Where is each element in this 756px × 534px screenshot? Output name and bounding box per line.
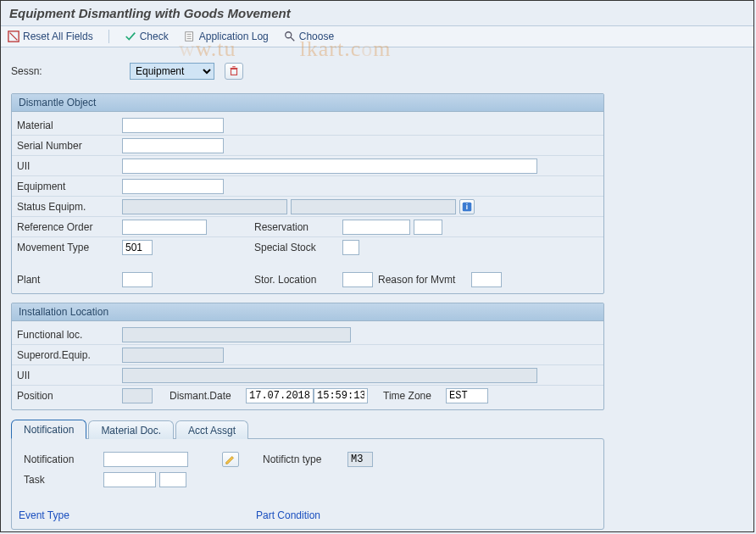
movement-type-input[interactable] [122, 240, 153, 255]
trash-icon [228, 65, 240, 77]
check-label: Check [140, 31, 169, 42]
status-equipm-input-2 [291, 199, 456, 214]
check-button[interactable]: Check [125, 31, 169, 42]
timezone-input[interactable] [446, 388, 488, 403]
pencil-icon [225, 453, 236, 465]
dismantle-object-group: Dismantle Object Material Serial Number … [11, 93, 604, 294]
reference-order-label: Reference Order [12, 220, 122, 235]
notifictn-type-label: Notifictn type [263, 453, 347, 465]
reservation-input-1[interactable] [342, 220, 410, 235]
uii2-input [122, 368, 537, 383]
toolbar-sep [108, 30, 109, 43]
serial-label: Serial Number [12, 138, 122, 153]
status-equipm-label: Status Equipm. [12, 199, 122, 214]
reason-mvmt-label: Reason for Mvmt [378, 274, 471, 286]
notification-edit-button[interactable] [222, 452, 239, 467]
toolbar: Reset All Fields Check Application Log C… [1, 26, 753, 47]
movement-type-label: Movement Type [12, 240, 122, 255]
position-label: Position [12, 388, 122, 403]
task-input-2[interactable] [159, 472, 186, 487]
notification-label: Notification [19, 452, 103, 467]
material-label: Material [12, 118, 122, 133]
event-type-heading: Event Type [19, 509, 256, 521]
superord-equip-input [122, 348, 224, 363]
tab-material-doc[interactable]: Material Doc. [88, 420, 174, 439]
special-stock-label: Special Stock [249, 240, 342, 255]
svg-text:i: i [466, 203, 468, 211]
choose-button[interactable]: Choose [284, 31, 334, 42]
dismant-time-input[interactable] [314, 388, 368, 403]
tab-acct-assgt[interactable]: Acct Assgt [175, 420, 248, 439]
uii-input[interactable] [122, 159, 537, 174]
timezone-label: Time Zone [383, 390, 446, 402]
log-icon [184, 31, 196, 42]
dismant-date-input[interactable] [246, 388, 314, 403]
page-title: Equipment Dismantling with Goods Movemen… [1, 1, 753, 26]
application-log-label: Application Log [199, 31, 269, 42]
uii-label: UII [12, 159, 122, 174]
svg-line-1 [10, 33, 18, 41]
plant-input[interactable] [122, 272, 153, 287]
session-delete-button[interactable] [225, 63, 243, 80]
svg-point-6 [286, 32, 292, 38]
svg-rect-8 [231, 69, 237, 75]
tab-notification[interactable]: Notification [11, 420, 86, 439]
notification-input[interactable] [103, 452, 188, 467]
position-input [122, 388, 153, 403]
reason-mvmt-input[interactable] [471, 272, 502, 287]
session-label: Sessn: [11, 65, 130, 77]
functional-loc-label: Functional loc. [12, 327, 122, 342]
notifictn-type-input [347, 452, 373, 467]
status-info-button[interactable]: i [459, 199, 475, 214]
functional-loc-input [122, 327, 351, 342]
stor-location-input[interactable] [342, 272, 373, 287]
dismant-date-label: Dismant.Date [170, 390, 246, 402]
serial-input[interactable] [122, 138, 224, 153]
task-label: Task [19, 472, 103, 487]
choose-icon [284, 31, 296, 42]
superord-equip-label: Superord.Equip. [12, 348, 122, 363]
installation-location-title: Installation Location [12, 303, 603, 321]
svg-line-7 [291, 37, 294, 41]
part-condition-heading: Part Condition [256, 509, 320, 521]
check-icon [125, 31, 136, 42]
status-equipm-input-1 [122, 199, 287, 214]
stor-location-label: Stor. Location [249, 272, 342, 287]
uii2-label: UII [12, 368, 122, 383]
session-select[interactable]: Equipment [130, 63, 214, 80]
plant-label: Plant [12, 272, 122, 287]
special-stock-input[interactable] [342, 240, 359, 255]
application-log-button[interactable]: Application Log [184, 31, 269, 42]
task-input-1[interactable] [103, 472, 156, 487]
reset-icon [8, 31, 19, 42]
choose-label: Choose [299, 31, 334, 42]
reservation-input-2[interactable] [414, 220, 442, 235]
reference-order-input[interactable] [122, 220, 207, 235]
tab-body: Notification Notifictn type Task [11, 438, 604, 530]
equipment-label: Equipment [12, 179, 122, 194]
reset-all-label: Reset All Fields [23, 31, 93, 42]
installation-location-group: Installation Location Functional loc. Su… [11, 303, 604, 410]
reset-all-button[interactable]: Reset All Fields [8, 31, 93, 42]
reservation-label: Reservation [249, 220, 342, 235]
dismantle-object-title: Dismantle Object [12, 94, 603, 112]
material-input[interactable] [122, 118, 224, 133]
tabstrip: Notification Material Doc. Acct Assgt No… [11, 419, 604, 530]
info-icon: i [462, 202, 472, 212]
equipment-input[interactable] [122, 179, 224, 194]
